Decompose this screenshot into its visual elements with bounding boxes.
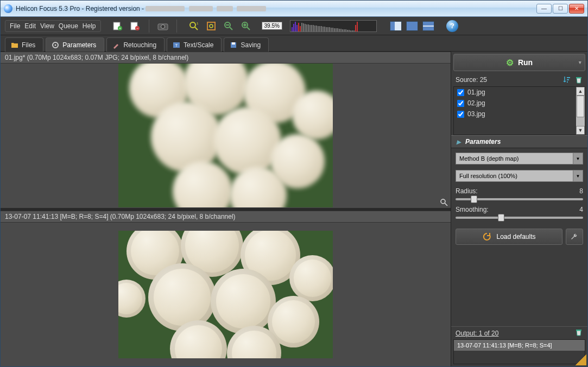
source-scrollbar[interactable]: ▲ ▼ xyxy=(576,87,585,135)
slider-thumb[interactable] xyxy=(498,214,504,222)
bottom-image-pane[interactable] xyxy=(1,223,451,367)
source-row[interactable]: 03.jpg xyxy=(454,109,585,119)
settings-button[interactable] xyxy=(566,229,583,245)
sort-icon[interactable] xyxy=(562,75,571,84)
tab-label: Files xyxy=(22,41,35,49)
tab-saving[interactable]: Saving xyxy=(224,37,269,52)
sidebar: ⚙ Run ▾ Source: 25 01.jpg 02.jpg 03.jpg … xyxy=(451,52,587,366)
resolution-value: Full resolution (100%) xyxy=(459,173,517,179)
svg-text:1:1: 1:1 xyxy=(197,22,199,25)
radius-control: Radius: 8 xyxy=(456,187,583,200)
dropdown-arrow-icon: ▼ xyxy=(573,153,583,164)
zoom-actual-icon[interactable]: 1:1 xyxy=(188,20,200,32)
section-title: Parameters xyxy=(465,138,501,145)
wrench-icon xyxy=(570,232,579,242)
top-image-pane[interactable] xyxy=(1,64,451,208)
remove-file-icon[interactable]: − xyxy=(129,20,141,32)
zoom-percent[interactable]: 39.5% xyxy=(262,22,282,30)
redacted-segment xyxy=(217,6,233,11)
viewer: 01.jpg* (0.70Mp 1024x683; 0.07M JPG; 24 … xyxy=(1,52,451,366)
trash-icon[interactable] xyxy=(574,328,583,338)
scroll-up-arrow[interactable]: ▲ xyxy=(576,87,585,96)
resize-grip[interactable] xyxy=(576,355,586,365)
source-count: Source: 25 xyxy=(456,76,487,84)
svg-line-14 xyxy=(230,27,232,30)
tab-files[interactable]: Files xyxy=(5,37,43,52)
gear-icon xyxy=(52,41,59,49)
trash-icon[interactable] xyxy=(574,75,583,84)
source-row[interactable]: 01.jpg xyxy=(454,87,585,98)
zoom-in-icon[interactable] xyxy=(240,20,252,32)
horizontal-splitter[interactable] xyxy=(1,208,451,211)
scroll-down-arrow[interactable]: ▼ xyxy=(576,126,585,135)
source-checkbox[interactable] xyxy=(457,100,464,107)
zoom-out-icon[interactable] xyxy=(223,20,235,32)
save-icon xyxy=(230,41,237,49)
separator xyxy=(149,20,149,33)
svg-rect-31 xyxy=(576,77,581,78)
output-count: Output: 1 of 20 xyxy=(456,330,498,337)
svg-rect-28 xyxy=(567,77,570,78)
histogram[interactable] xyxy=(290,20,377,32)
svg-point-12 xyxy=(210,24,213,28)
camera-icon[interactable] xyxy=(157,20,169,32)
resolution-dropdown[interactable]: Full resolution (100%) ▼ xyxy=(456,170,583,182)
svg-text:T: T xyxy=(175,43,178,48)
menu-edit[interactable]: Edit xyxy=(24,22,36,30)
layout-single-icon[interactable] xyxy=(390,21,402,31)
smoothing-slider[interactable] xyxy=(456,217,583,219)
tab-text-scale[interactable]: T Text/Scale xyxy=(167,37,222,52)
defaults-row: Load defaults xyxy=(456,229,583,245)
source-header: Source: 25 xyxy=(451,73,587,86)
minimize-button[interactable]: — xyxy=(536,4,552,14)
svg-rect-11 xyxy=(207,22,215,30)
source-checkbox[interactable] xyxy=(457,89,464,96)
load-defaults-button[interactable]: Load defaults xyxy=(456,229,562,245)
top-image-info: 01.jpg* (0.70Mp 1024x683; 0.07M JPG; 24 … xyxy=(1,52,451,64)
source-row[interactable]: 02.jpg xyxy=(454,98,585,109)
svg-text:+: + xyxy=(119,27,121,30)
zoom-fit-icon[interactable] xyxy=(205,20,217,32)
help-icon[interactable]: ? xyxy=(446,20,458,32)
tab-retouching[interactable]: Retouching xyxy=(106,37,165,52)
method-value: Method B (depth map) xyxy=(459,155,519,162)
source-checkbox[interactable] xyxy=(457,111,464,118)
slider-thumb[interactable] xyxy=(471,195,477,203)
output-list[interactable]: 13-07-07 11:41:13 [M=B; R=8; S=4] xyxy=(453,339,585,364)
window-title: Helicon Focus 5.3 Pro - Registered versi… xyxy=(16,5,536,12)
bottom-image xyxy=(118,231,333,358)
source-filename: 01.jpg xyxy=(467,88,485,96)
menu-queue[interactable]: Queue xyxy=(59,22,78,30)
radius-slider[interactable] xyxy=(456,198,583,200)
svg-rect-30 xyxy=(567,81,568,83)
parameters-section-header[interactable]: ▶ Parameters xyxy=(451,135,587,148)
titlebar: Helicon Focus 5.3 Pro - Registered versi… xyxy=(1,1,587,17)
run-button[interactable]: ⚙ Run ▾ xyxy=(453,54,585,71)
scroll-thumb[interactable] xyxy=(577,96,584,117)
toolbar-file-icons: + − xyxy=(112,20,141,32)
svg-point-21 xyxy=(55,44,56,46)
menu-view[interactable]: View xyxy=(40,22,54,30)
tab-parameters[interactable]: Parameters xyxy=(46,37,104,52)
folder-icon xyxy=(11,41,18,49)
title-text: Helicon Focus 5.3 Pro - Registered versi… xyxy=(16,5,146,12)
main-area: 01.jpg* (0.70Mp 1024x683; 0.07M JPG; 24 … xyxy=(1,52,587,366)
source-list[interactable]: 01.jpg 02.jpg 03.jpg ▲ ▼ xyxy=(453,86,585,135)
menu-help[interactable]: Help xyxy=(83,22,96,30)
top-image xyxy=(118,64,333,207)
run-dropdown-arrow[interactable]: ▾ xyxy=(579,60,581,65)
add-file-icon[interactable]: + xyxy=(112,20,124,32)
smoothing-control: Smoothing: 4 xyxy=(456,206,583,219)
toolbar-zoom-icons: 1:1 xyxy=(188,20,252,32)
method-dropdown[interactable]: Method B (depth map) ▼ xyxy=(456,153,583,164)
close-button[interactable]: ✕ xyxy=(569,4,584,14)
layout-split-h-icon[interactable] xyxy=(422,21,434,31)
svg-text:−: − xyxy=(136,27,138,30)
layout-split-v-icon[interactable] xyxy=(406,21,418,31)
maximize-button[interactable]: ☐ xyxy=(553,4,568,14)
output-row[interactable]: 13-07-07 11:41:13 [M=B; R=8; S=4] xyxy=(454,340,585,351)
menu-file[interactable]: File xyxy=(10,22,20,30)
magnifier-icon[interactable] xyxy=(440,198,448,207)
output-header[interactable]: Output: 1 of 20 xyxy=(451,326,587,339)
scroll-track[interactable] xyxy=(576,96,585,126)
